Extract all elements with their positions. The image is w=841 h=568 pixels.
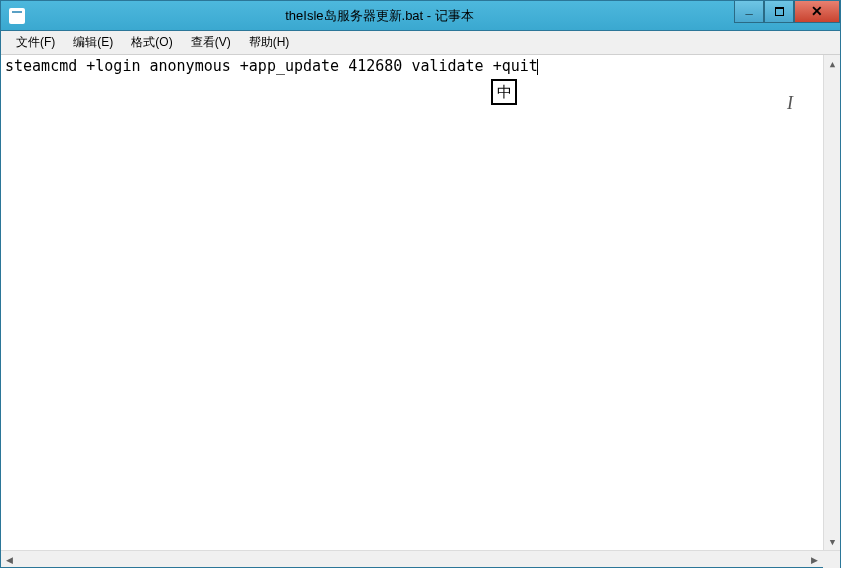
bottom-scroll-row: ◀ ▶ [1, 550, 840, 567]
close-button[interactable]: ✕ [794, 1, 840, 23]
notepad-window: theIsle岛服务器更新.bat - 记事本 _ ✕ 文件(F) 编辑(E) … [0, 0, 841, 568]
text-editor[interactable]: steamcmd +login anonymous +app_update 41… [1, 55, 840, 550]
app-icon [9, 8, 25, 24]
scroll-down-button[interactable]: ▼ [824, 533, 840, 550]
menu-edit[interactable]: 编辑(E) [64, 31, 122, 54]
vertical-scrollbar[interactable]: ▲ ▼ [823, 55, 840, 550]
menu-file[interactable]: 文件(F) [7, 31, 64, 54]
scroll-corner [823, 551, 840, 568]
chevron-right-icon: ▶ [811, 555, 818, 565]
window-title: theIsle岛服务器更新.bat - 记事本 [25, 7, 734, 25]
minimize-button[interactable]: _ [734, 1, 764, 23]
titlebar[interactable]: theIsle岛服务器更新.bat - 记事本 _ ✕ [1, 1, 840, 31]
horizontal-scrollbar[interactable]: ◀ ▶ [1, 551, 823, 567]
chevron-up-icon: ▲ [830, 55, 835, 73]
menubar: 文件(F) 编辑(E) 格式(O) 查看(V) 帮助(H) [1, 31, 840, 55]
text-caret [537, 59, 538, 75]
chevron-left-icon: ◀ [6, 555, 13, 565]
scroll-right-button[interactable]: ▶ [806, 551, 823, 568]
chevron-down-icon: ▼ [830, 533, 835, 551]
window-controls: _ ✕ [734, 1, 840, 25]
minimize-icon: _ [745, 1, 752, 16]
menu-format[interactable]: 格式(O) [122, 31, 181, 54]
menu-view[interactable]: 查看(V) [182, 31, 240, 54]
hscroll-track[interactable] [18, 551, 806, 567]
close-icon: ✕ [811, 3, 823, 19]
ibeam-cursor-icon: I [787, 94, 793, 112]
maximize-icon [775, 7, 784, 16]
menu-help[interactable]: 帮助(H) [240, 31, 299, 54]
maximize-button[interactable] [764, 1, 794, 23]
ime-label: 中 [497, 83, 512, 101]
scroll-up-button[interactable]: ▲ [824, 55, 840, 72]
editor-content: steamcmd +login anonymous +app_update 41… [5, 57, 538, 75]
scroll-left-button[interactable]: ◀ [1, 551, 18, 568]
ime-indicator[interactable]: 中 [491, 79, 517, 105]
